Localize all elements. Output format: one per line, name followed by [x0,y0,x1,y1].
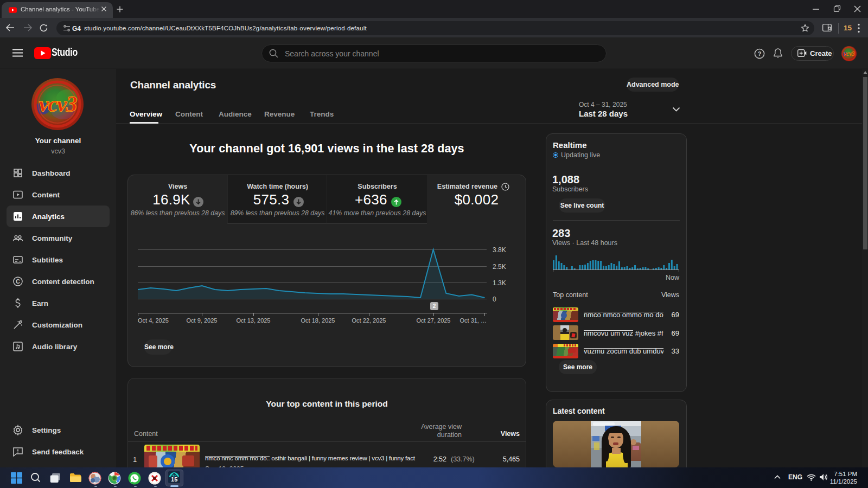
svg-text:vcv3: vcv3 [843,50,855,57]
svg-text:?: ? [758,50,762,57]
svg-text:15: 15 [171,476,177,483]
svg-text:vcv3: vcv3 [39,92,77,117]
svg-text:C: C [16,278,20,285]
